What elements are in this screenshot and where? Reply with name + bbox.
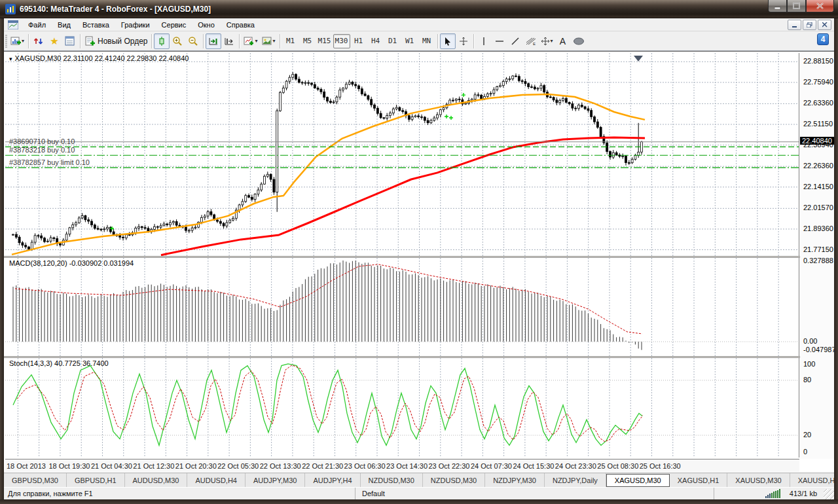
zoom-in-button[interactable] (170, 33, 185, 49)
shapes-button[interactable]: ▾ (539, 33, 555, 49)
status-traffic: 413/1 kb (790, 490, 817, 497)
mdi-window-buttons (788, 20, 831, 30)
chart-tab-2[interactable]: AUDUSD,M30 (125, 473, 188, 487)
stoch-tick-3: 0 (803, 448, 807, 456)
macd-tick-0: 0.327888 (803, 257, 833, 264)
mdi-close-button[interactable] (818, 20, 831, 30)
maximize-button[interactable] (787, 0, 806, 12)
chart-window-icon[interactable] (8, 20, 18, 29)
menu-item-1[interactable]: Вид (52, 20, 77, 30)
chart-tab-11[interactable]: XAGUSD,H1 (670, 473, 728, 487)
chart-tab-0[interactable]: GBPUSD,M30 (4, 473, 67, 487)
chart-style-button[interactable] (154, 33, 170, 49)
window-title: 695140: MetaTrader 4 - RoboForex - [XAGU… (20, 5, 211, 14)
new-chart-button[interactable]: ▾ (9, 33, 26, 49)
price-tick-2: 22.63360 (803, 99, 833, 107)
app-icon (5, 4, 16, 14)
text-tool-button[interactable]: A (555, 33, 571, 49)
statusbar: Для справки, нажмите F1 Default 413/1 kb (4, 487, 834, 499)
timeframe-m1[interactable]: M1 (282, 34, 299, 48)
ellipse-tool-button[interactable] (571, 33, 587, 49)
timeframe-w1[interactable]: W1 (401, 34, 418, 48)
timeframe-m30[interactable]: M30 (333, 34, 350, 48)
toolbar: ▾ ★ Новый Ордер (4, 31, 834, 51)
symbol-caret-icon[interactable]: ▾ (9, 56, 12, 62)
chart-tab-12[interactable]: XAUUSD,M30 (727, 473, 790, 487)
favorites-button[interactable]: ★ (46, 33, 62, 49)
timeframe-m15[interactable]: M15 (316, 34, 333, 48)
price-tick-8: 21.89360 (803, 225, 833, 232)
crosshair-button[interactable] (456, 33, 471, 49)
time-label-9: 23 Oct 14:30 (386, 462, 428, 470)
timeframe-d1[interactable]: D1 (384, 34, 401, 48)
chart-tab-10[interactable]: XAGUSD,M30 (606, 474, 670, 487)
indicators-button[interactable]: ▾ (242, 33, 259, 49)
connection-signal-icon (765, 489, 780, 498)
stoch-label: Stoch(14,3,3) 40.7725 36.7400 (9, 359, 109, 367)
menu-item-5[interactable]: Окно (192, 20, 221, 30)
main-chart-canvas[interactable] (5, 53, 799, 256)
time-label-13: 24 Oct 23:30 (555, 462, 596, 470)
price-tick-6: 22.14150 (803, 183, 833, 190)
chart-tab-7[interactable]: NZDUSD,M30 (423, 473, 485, 487)
price-tick-3: 22.51150 (803, 120, 833, 128)
menu-item-0[interactable]: Файл (22, 20, 52, 30)
resize-grip[interactable] (824, 489, 834, 499)
cursor-button[interactable] (440, 33, 456, 49)
titlebar[interactable]: 695140: MetaTrader 4 - RoboForex - [XAGU… (0, 0, 838, 18)
time-label-10: 23 Oct 22:30 (429, 462, 470, 470)
time-label-15: 25 Oct 16:30 (640, 462, 681, 470)
order-line-label-0[interactable]: #38690710 buy 0.10 (9, 137, 75, 145)
macd-chart-canvas[interactable] (5, 258, 799, 356)
chart-tab-9[interactable]: NZDJPY,Daily (545, 473, 606, 487)
trendline-button[interactable] (507, 33, 523, 49)
toolbar-grip[interactable] (5, 34, 7, 48)
templates-button[interactable]: ▾ (260, 33, 278, 49)
close-button[interactable] (806, 0, 834, 12)
macd-label: MACD(38,120,20) -0.030902 0.031994 (9, 259, 134, 267)
chart-tabs-bar: GBPUSD,M30GBPUSD,H1AUDUSD,M30AUDUSD,H4AU… (4, 473, 834, 487)
minimize-button[interactable] (768, 0, 787, 12)
new-order-label: Новый Ордер (98, 37, 147, 46)
order-line-label-1[interactable]: #38783218 buy 0.10 (9, 146, 75, 154)
menu-item-2[interactable]: Вставка (77, 20, 115, 30)
chart-area: ▾XAGUSD,M30 22.31100 22.41240 22.29830 2… (4, 51, 834, 473)
market-watch-button[interactable] (31, 33, 46, 49)
fibonacci-button[interactable]: E (523, 33, 539, 49)
timeframe-h4[interactable]: H4 (367, 34, 384, 48)
menu-item-6[interactable]: Справка (221, 20, 261, 30)
menu-item-4[interactable]: Сервис (156, 20, 192, 30)
mdi-minimize-button[interactable] (788, 20, 801, 30)
vertical-line-button[interactable] (476, 33, 492, 49)
time-label-5: 22 Oct 05:30 (217, 462, 259, 470)
chart-tab-13[interactable]: XAUUSD,H4 (790, 473, 838, 487)
time-label-0: 18 Oct 2013 (7, 462, 46, 470)
horizontal-line-button[interactable] (492, 33, 507, 49)
time-axis[interactable]: 18 Oct 201318 Oct 19:3021 Oct 04:3021 Oc… (5, 459, 799, 472)
timeframe-mn[interactable]: MN (418, 34, 435, 48)
chart-tab-6[interactable]: NZDUSD,M30 (361, 473, 423, 487)
data-window-button[interactable] (62, 33, 78, 49)
status-profile[interactable]: Default (355, 488, 714, 499)
new-order-button[interactable]: Новый Ордер (82, 33, 149, 49)
chart-tab-3[interactable]: AUDUSD,H4 (187, 473, 246, 487)
stoch-chart-canvas[interactable] (5, 358, 799, 458)
chart-tab-4[interactable]: AUDJPY,M30 (246, 473, 305, 487)
order-line-label-2[interactable]: #38782857 buy limit 0.10 (9, 158, 90, 166)
menu-item-3[interactable]: Графики (115, 20, 156, 30)
timeframe-m5[interactable]: M5 (299, 34, 316, 48)
mdi-restore-button[interactable] (803, 20, 816, 30)
chart-tab-1[interactable]: GBPUSD,H1 (67, 473, 125, 487)
timeframe-h1[interactable]: H1 (350, 34, 367, 48)
chart-shift-button[interactable] (221, 33, 237, 49)
window-border-left (0, 18, 4, 504)
chart-tab-5[interactable]: AUDJPY,H4 (305, 473, 360, 487)
price-axis[interactable]: 22.8815022.7594022.6336022.5115022.38940… (800, 52, 834, 459)
zoom-out-button[interactable] (185, 33, 201, 49)
time-label-8: 23 Oct 06:30 (344, 462, 386, 470)
notification-badge[interactable]: 4 (817, 33, 829, 45)
auto-scroll-button[interactable] (206, 33, 221, 49)
chart-tab-8[interactable]: NZDJPY,M30 (485, 473, 545, 487)
time-label-1: 18 Oct 19:30 (48, 462, 90, 470)
time-label-14: 25 Oct 08:30 (597, 462, 638, 470)
